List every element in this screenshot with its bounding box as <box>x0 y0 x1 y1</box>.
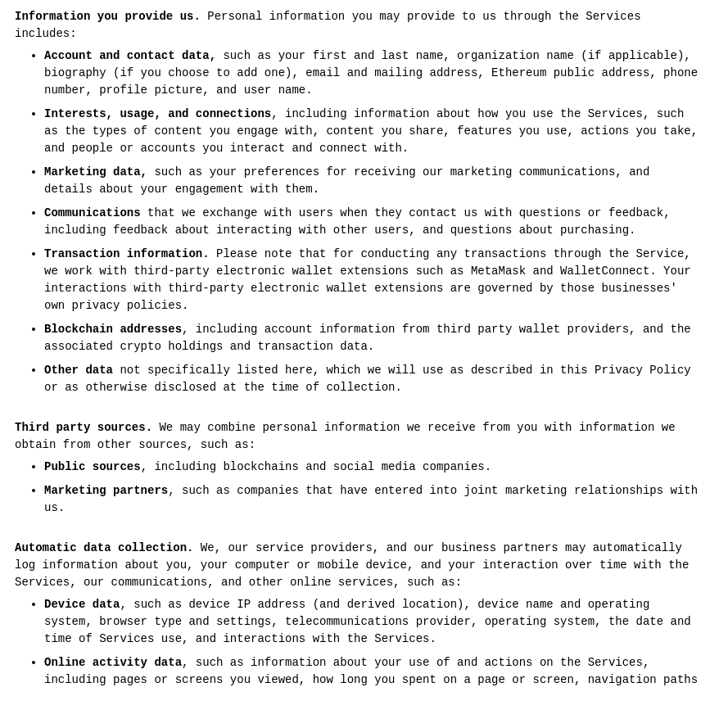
list-item: Marketing partners, such as companies th… <box>44 482 704 517</box>
list-item: Device data, such as device IP address (… <box>44 596 704 648</box>
item-bold: Device data <box>44 598 120 611</box>
list-item: Interests, usage, and connections, inclu… <box>44 106 704 157</box>
section-info-provide-bold: Information you provide us. <box>15 10 201 23</box>
list-item: Other data not specifically listed here,… <box>44 362 704 396</box>
spacer <box>15 405 704 419</box>
item-rest: not specifically listed here, which we w… <box>44 364 691 394</box>
list-item: Marketing data, such as your preferences… <box>44 164 704 198</box>
item-rest: , such as device IP address (and derived… <box>44 598 691 645</box>
item-bold: Transaction information. <box>44 247 210 260</box>
item-bold: Online activity data <box>44 656 182 669</box>
spacer <box>15 525 704 540</box>
item-bold: Account and contact data, <box>44 49 216 62</box>
item-bold: Blockchain addresses <box>44 323 182 336</box>
section-auto-collect-intro: Automatic data collection. We, our servi… <box>15 540 704 591</box>
section-auto-collect-bold: Automatic data collection. <box>15 541 193 554</box>
item-bold: Communications <box>44 206 141 219</box>
section-third-party-bold: Third party sources. <box>15 421 152 434</box>
privacy-policy-content: Information you provide us. Personal inf… <box>15 8 704 689</box>
item-bold: Public sources <box>44 460 141 473</box>
section-auto-collect-list: Device data, such as device IP address (… <box>44 596 704 689</box>
list-item: Communications that we exchange with use… <box>44 205 704 239</box>
item-bold: Interests, usage, and connections <box>44 107 271 120</box>
section-info-provide-intro: Information you provide us. Personal inf… <box>15 8 704 43</box>
list-item: Online activity data, such as informatio… <box>44 654 704 689</box>
list-item: Public sources, including blockchains an… <box>44 459 704 476</box>
section-third-party-intro: Third party sources. We may combine pers… <box>15 419 704 454</box>
section-third-party-list: Public sources, including blockchains an… <box>44 459 704 517</box>
list-item: Transaction information. Please note tha… <box>44 246 704 314</box>
list-item: Blockchain addresses, including account … <box>44 321 704 355</box>
item-bold: Marketing data, <box>44 165 147 179</box>
list-item: Account and contact data, such as your f… <box>44 47 704 99</box>
item-bold: Marketing partners <box>44 484 168 497</box>
item-rest: , including blockchains and social media… <box>141 460 491 473</box>
section-info-provide-list: Account and contact data, such as your f… <box>44 47 704 396</box>
item-bold: Other data <box>44 364 113 377</box>
